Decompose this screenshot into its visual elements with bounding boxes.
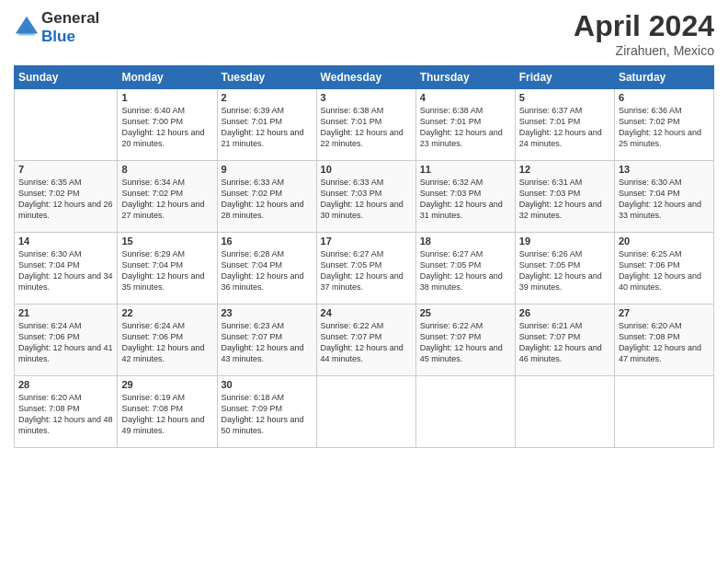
day-number: 18 — [420, 236, 511, 247]
calendar-week-row: 14 Sunrise: 6:30 AMSunset: 7:04 PMDaylig… — [15, 233, 714, 304]
cell-info: Sunrise: 6:31 AMSunset: 7:03 PMDaylight:… — [519, 177, 610, 222]
calendar-week-row: 7 Sunrise: 6:35 AMSunset: 7:02 PMDayligh… — [15, 161, 714, 233]
day-number: 8 — [121, 164, 212, 175]
cell-info: Sunrise: 6:32 AMSunset: 7:03 PMDaylight:… — [420, 177, 511, 222]
table-cell: 4 Sunrise: 6:38 AMSunset: 7:01 PMDayligh… — [415, 89, 515, 161]
table-cell: 2 Sunrise: 6:39 AMSunset: 7:01 PMDayligh… — [217, 89, 316, 161]
cell-info: Sunrise: 6:36 AMSunset: 7:02 PMDaylight:… — [619, 105, 710, 150]
day-number: 20 — [619, 236, 710, 247]
cell-info: Sunrise: 6:30 AMSunset: 7:04 PMDaylight:… — [18, 248, 113, 293]
cell-info: Sunrise: 6:38 AMSunset: 7:01 PMDaylight:… — [420, 105, 511, 150]
cell-info: Sunrise: 6:24 AMSunset: 7:06 PMDaylight:… — [121, 320, 212, 365]
table-cell: 23 Sunrise: 6:23 AMSunset: 7:07 PMDaylig… — [217, 304, 316, 376]
day-number: 6 — [619, 92, 710, 103]
cell-info: Sunrise: 6:39 AMSunset: 7:01 PMDaylight:… — [222, 105, 313, 150]
cell-info: Sunrise: 6:33 AMSunset: 7:02 PMDaylight:… — [222, 177, 313, 222]
cell-info: Sunrise: 6:33 AMSunset: 7:03 PMDaylight:… — [321, 177, 412, 222]
day-number: 29 — [121, 379, 212, 390]
table-cell: 12 Sunrise: 6:31 AMSunset: 7:03 PMDaylig… — [515, 161, 614, 233]
col-sunday: Sunday — [15, 66, 118, 89]
table-cell: 13 Sunrise: 6:30 AMSunset: 7:04 PMDaylig… — [614, 161, 713, 233]
calendar-week-row: 1 Sunrise: 6:40 AMSunset: 7:00 PMDayligh… — [15, 89, 714, 161]
month-title: April 2024 — [574, 9, 714, 43]
table-cell: 11 Sunrise: 6:32 AMSunset: 7:03 PMDaylig… — [415, 161, 515, 233]
location: Zirahuen, Mexico — [574, 43, 714, 58]
day-number: 26 — [519, 307, 610, 318]
cell-info: Sunrise: 6:40 AMSunset: 7:00 PMDaylight:… — [121, 105, 212, 150]
table-cell: 25 Sunrise: 6:22 AMSunset: 7:07 PMDaylig… — [415, 304, 515, 376]
cell-info: Sunrise: 6:35 AMSunset: 7:02 PMDaylight:… — [18, 177, 113, 222]
day-number: 3 — [321, 92, 412, 103]
col-tuesday: Tuesday — [217, 66, 316, 89]
day-number: 11 — [420, 164, 511, 175]
cell-info: Sunrise: 6:22 AMSunset: 7:07 PMDaylight:… — [321, 320, 412, 365]
table-cell — [515, 376, 614, 448]
table-cell: 10 Sunrise: 6:33 AMSunset: 7:03 PMDaylig… — [316, 161, 415, 233]
table-cell: 16 Sunrise: 6:28 AMSunset: 7:04 PMDaylig… — [217, 233, 316, 304]
day-number: 25 — [420, 307, 511, 318]
day-number: 12 — [519, 164, 610, 175]
cell-info: Sunrise: 6:20 AMSunset: 7:08 PMDaylight:… — [619, 320, 710, 365]
table-cell: 28 Sunrise: 6:20 AMSunset: 7:08 PMDaylig… — [15, 376, 118, 448]
cell-info: Sunrise: 6:37 AMSunset: 7:01 PMDaylight:… — [519, 105, 610, 150]
col-thursday: Thursday — [415, 66, 515, 89]
day-number: 21 — [18, 307, 113, 318]
cell-info: Sunrise: 6:28 AMSunset: 7:04 PMDaylight:… — [222, 248, 313, 293]
title-area: April 2024 Zirahuen, Mexico — [574, 9, 714, 58]
table-cell: 18 Sunrise: 6:27 AMSunset: 7:05 PMDaylig… — [415, 233, 515, 304]
day-number: 2 — [222, 92, 313, 103]
table-cell — [316, 376, 415, 448]
day-number: 16 — [222, 236, 313, 247]
cell-info: Sunrise: 6:25 AMSunset: 7:06 PMDaylight:… — [619, 248, 710, 293]
day-number: 17 — [321, 236, 412, 247]
table-cell: 7 Sunrise: 6:35 AMSunset: 7:02 PMDayligh… — [15, 161, 118, 233]
day-number: 10 — [321, 164, 412, 175]
table-cell: 1 Sunrise: 6:40 AMSunset: 7:00 PMDayligh… — [118, 89, 217, 161]
table-cell: 6 Sunrise: 6:36 AMSunset: 7:02 PMDayligh… — [614, 89, 713, 161]
table-cell: 17 Sunrise: 6:27 AMSunset: 7:05 PMDaylig… — [316, 233, 415, 304]
table-cell — [614, 376, 713, 448]
cell-info: Sunrise: 6:18 AMSunset: 7:09 PMDaylight:… — [222, 392, 313, 437]
table-cell: 26 Sunrise: 6:21 AMSunset: 7:07 PMDaylig… — [515, 304, 614, 376]
logo: General Blue — [14, 9, 99, 46]
day-number: 1 — [121, 92, 212, 103]
table-cell: 5 Sunrise: 6:37 AMSunset: 7:01 PMDayligh… — [515, 89, 614, 161]
table-cell — [15, 89, 118, 161]
cell-info: Sunrise: 6:26 AMSunset: 7:05 PMDaylight:… — [519, 248, 610, 293]
logo-general: General — [41, 9, 99, 27]
day-number: 14 — [18, 236, 113, 247]
day-number: 13 — [619, 164, 710, 175]
logo-icon — [14, 15, 40, 40]
table-cell: 29 Sunrise: 6:19 AMSunset: 7:08 PMDaylig… — [118, 376, 217, 448]
cell-info: Sunrise: 6:19 AMSunset: 7:08 PMDaylight:… — [121, 392, 212, 437]
table-cell: 14 Sunrise: 6:30 AMSunset: 7:04 PMDaylig… — [15, 233, 118, 304]
calendar-week-row: 28 Sunrise: 6:20 AMSunset: 7:08 PMDaylig… — [15, 376, 714, 448]
day-number: 30 — [222, 379, 313, 390]
col-friday: Friday — [515, 66, 614, 89]
table-cell: 3 Sunrise: 6:38 AMSunset: 7:01 PMDayligh… — [316, 89, 415, 161]
cell-info: Sunrise: 6:24 AMSunset: 7:06 PMDaylight:… — [18, 320, 113, 365]
logo-blue: Blue — [41, 28, 75, 45]
cell-info: Sunrise: 6:21 AMSunset: 7:07 PMDaylight:… — [519, 320, 610, 365]
day-number: 27 — [619, 307, 710, 318]
day-number: 15 — [121, 236, 212, 247]
header-row: Sunday Monday Tuesday Wednesday Thursday… — [15, 66, 714, 89]
table-cell: 27 Sunrise: 6:20 AMSunset: 7:08 PMDaylig… — [614, 304, 713, 376]
table-cell — [415, 376, 515, 448]
header: General Blue April 2024 Zirahuen, Mexico — [14, 9, 714, 58]
table-cell: 21 Sunrise: 6:24 AMSunset: 7:06 PMDaylig… — [15, 304, 118, 376]
cell-info: Sunrise: 6:22 AMSunset: 7:07 PMDaylight:… — [420, 320, 511, 365]
table-cell: 24 Sunrise: 6:22 AMSunset: 7:07 PMDaylig… — [316, 304, 415, 376]
day-number: 23 — [222, 307, 313, 318]
cell-info: Sunrise: 6:34 AMSunset: 7:02 PMDaylight:… — [121, 177, 212, 222]
day-number: 19 — [519, 236, 610, 247]
cell-info: Sunrise: 6:30 AMSunset: 7:04 PMDaylight:… — [619, 177, 710, 222]
calendar-week-row: 21 Sunrise: 6:24 AMSunset: 7:06 PMDaylig… — [15, 304, 714, 376]
table-cell: 8 Sunrise: 6:34 AMSunset: 7:02 PMDayligh… — [118, 161, 217, 233]
day-number: 24 — [321, 307, 412, 318]
cell-info: Sunrise: 6:23 AMSunset: 7:07 PMDaylight:… — [222, 320, 313, 365]
day-number: 9 — [222, 164, 313, 175]
calendar-table: Sunday Monday Tuesday Wednesday Thursday… — [14, 65, 714, 448]
cell-info: Sunrise: 6:27 AMSunset: 7:05 PMDaylight:… — [321, 248, 412, 293]
col-monday: Monday — [118, 66, 217, 89]
